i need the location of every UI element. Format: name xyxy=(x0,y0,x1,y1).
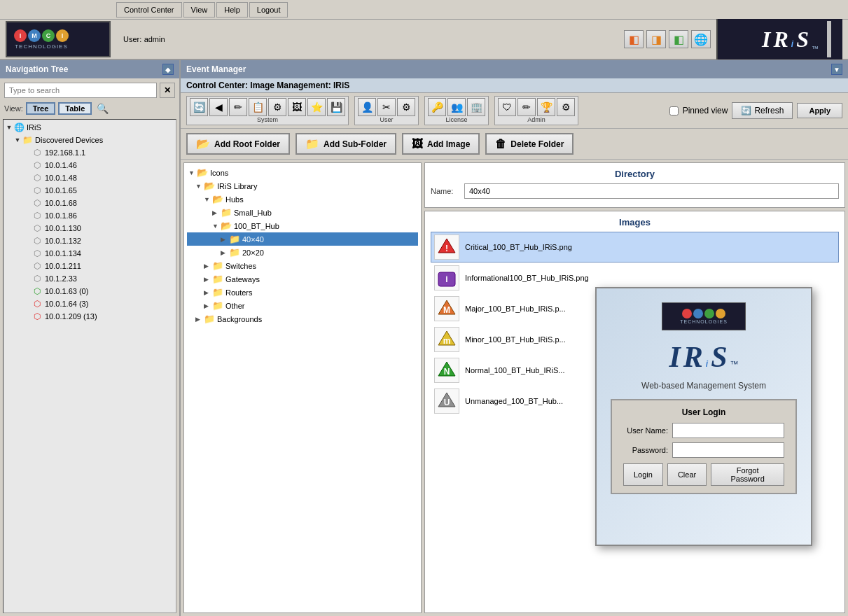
login-button[interactable]: Login xyxy=(623,463,663,486)
tree-discovered-devices[interactable]: ▼ 📁 Discovered Devices xyxy=(4,134,176,146)
menu-control-center[interactable]: Control Center xyxy=(116,2,182,18)
view-tree-button[interactable]: Tree xyxy=(26,102,56,115)
ftree-icons[interactable]: ▼ 📂 Icons xyxy=(187,166,418,179)
alert-green-icon: ⬡ xyxy=(32,286,43,297)
ftree-switches[interactable]: ▶ 📁 Switches xyxy=(187,259,418,272)
tb-back-btn[interactable]: ◀ xyxy=(209,98,228,116)
ftree-40x40[interactable]: ▶ 📁 40×40 xyxy=(187,232,418,246)
folder-icon: 📁 xyxy=(212,260,223,271)
password-input[interactable] xyxy=(672,442,784,458)
tree-root-iris[interactable]: ▼ 🌐 IRiS xyxy=(4,121,176,134)
tb-building-btn[interactable]: 🏢 xyxy=(467,98,485,116)
login-box: User Login User Name: Password: Login Cl… xyxy=(611,399,797,494)
add-sub-folder-button[interactable]: 📁 Add Sub-Folder xyxy=(296,133,396,155)
expand-icon: ▶ xyxy=(195,316,204,323)
device-icon: ⬡ xyxy=(32,248,43,259)
menu-help[interactable]: Help xyxy=(216,2,248,18)
add-root-folder-button[interactable]: 📂 Add Root Folder xyxy=(186,133,290,155)
tb-save-btn[interactable]: 💾 xyxy=(327,98,345,116)
directory-name-input[interactable] xyxy=(464,183,839,199)
breadcrumb: Control Center: Image Management: IRiS xyxy=(181,78,848,93)
header-icon-2[interactable]: ◨ xyxy=(646,30,666,48)
tree-node-1005[interactable]: ⬡ 10.0.1.86 xyxy=(4,209,176,222)
nav-pin-btn[interactable]: ◆ xyxy=(162,64,174,75)
nav-tree[interactable]: ▼ 🌐 IRiS ▼ 📁 Discovered Devices ⬡ 192.16… xyxy=(3,119,176,613)
header-icon-4[interactable]: 🌐 xyxy=(691,30,711,48)
tree-alert-red-1[interactable]: ⬡ 10.0.1.64 (3) xyxy=(4,298,176,310)
refresh-button[interactable]: 🔄 Refresh xyxy=(732,102,793,119)
ftree-other[interactable]: ▶ 📁 Other xyxy=(187,299,418,312)
tb-admin-edit-btn[interactable]: ✏ xyxy=(517,98,536,116)
view-table-button[interactable]: Table xyxy=(58,102,92,115)
ftree-hubs[interactable]: ▼ 📂 Hubs xyxy=(187,192,418,206)
expand-icon: ▼ xyxy=(5,123,13,132)
tree-node-1003[interactable]: ⬡ 10.0.1.65 xyxy=(4,184,176,197)
tb-refresh-btn[interactable]: 🔄 xyxy=(190,98,208,116)
ftree-small-hub[interactable]: ▶ 📁 Small_Hub xyxy=(187,206,418,219)
clear-button[interactable]: Clear xyxy=(667,463,707,486)
license-label: License xyxy=(445,116,467,123)
tree-node-1009[interactable]: ⬡ 10.0.1.211 xyxy=(4,260,176,272)
ftree-gateways[interactable]: ▶ 📁 Gateways xyxy=(187,272,418,286)
tb-gear-btn[interactable]: ⚙ xyxy=(268,98,286,116)
svg-text:U: U xyxy=(444,398,450,407)
tb-copy-btn[interactable]: 📋 xyxy=(249,98,267,116)
name-label: Name: xyxy=(431,187,459,195)
ftree-small-hub-label: Small_Hub xyxy=(234,209,272,217)
menu-view[interactable]: View xyxy=(183,2,216,18)
folder-selected-icon: 📁 xyxy=(229,234,240,244)
add-image-button[interactable]: 🖼 Add Image xyxy=(402,133,480,155)
svg-text:m: m xyxy=(443,336,451,346)
tb-star-btn[interactable]: ⭐ xyxy=(307,98,326,116)
device-icon: ⬡ xyxy=(32,260,43,272)
tree-alert-green[interactable]: ⬡ 10.0.1.63 (0) xyxy=(4,285,176,298)
search-input[interactable] xyxy=(4,83,157,98)
tree-node-1008[interactable]: ⬡ 10.0.1.134 xyxy=(4,247,176,260)
tb-edit-btn[interactable]: ✏ xyxy=(229,98,247,116)
tb-admin-gear-btn[interactable]: ⚙ xyxy=(557,98,575,116)
tb-key-btn[interactable]: 🔑 xyxy=(428,98,446,116)
tree-node-1001[interactable]: ⬡ 10.0.1.46 xyxy=(4,159,176,172)
header-icon-3[interactable]: ◧ xyxy=(669,30,688,48)
tb-trophy-btn[interactable]: 🏆 xyxy=(537,98,555,116)
search-clear-button[interactable]: ✕ xyxy=(160,83,175,98)
ftree-routers[interactable]: ▶ 📁 Routers xyxy=(187,286,418,299)
image-label-0: Critical_100_BT_Hub_IRiS.png xyxy=(465,243,572,251)
tree-node-1004[interactable]: ⬡ 10.0.1.68 xyxy=(4,197,176,209)
tb-user-gear-btn[interactable]: ⚙ xyxy=(397,98,415,116)
popup-tm-icon: ™ xyxy=(730,359,739,369)
tb-group-btn[interactable]: 👥 xyxy=(447,98,466,116)
tree-node-1010[interactable]: ⬡ 10.1.2.33 xyxy=(4,272,176,285)
image-row-0[interactable]: ! Critical_100_BT_Hub_IRiS.png xyxy=(431,232,839,262)
username-display: admin xyxy=(144,35,165,43)
tree-node-1007[interactable]: ⬡ 10.0.1.132 xyxy=(4,234,176,247)
pinned-checkbox[interactable] xyxy=(669,106,679,115)
ftree-iris-library[interactable]: ▼ 📂 IRiS Library xyxy=(187,179,418,192)
ftree-iris-library-label: IRiS Library xyxy=(217,182,257,190)
ftree-backgrounds[interactable]: ▶ 📁 Backgrounds xyxy=(187,312,418,326)
toolbar-section: 🔄 ◀ ✏ 📋 ⚙ 🖼 ⭐ 💾 System 👤 ✂ xyxy=(181,93,848,129)
tb-image-btn[interactable]: 🖼 xyxy=(288,98,306,116)
tree-node-192168[interactable]: ⬡ 192.168.1.1 xyxy=(4,146,176,159)
event-pin-btn[interactable]: ▼ xyxy=(831,64,842,75)
forgot-password-button[interactable]: Forgot Password xyxy=(711,463,784,486)
tb-shield-btn[interactable]: 🛡 xyxy=(498,98,516,116)
svg-text:!: ! xyxy=(445,244,448,253)
tree-node-1002[interactable]: ⬡ 10.0.1.48 xyxy=(4,172,176,184)
tree-node-1006[interactable]: ⬡ 10.0.1.130 xyxy=(4,222,176,234)
nav-extra-icon[interactable]: 🔍 xyxy=(95,101,110,116)
header-icon-1[interactable]: ◧ xyxy=(624,30,644,48)
tb-user-btn[interactable]: 👤 xyxy=(358,98,376,116)
ftree-100bt-hub[interactable]: ▼ 📂 100_BT_Hub xyxy=(187,219,418,232)
license-buttons: 🔑 👥 🏢 xyxy=(428,98,485,116)
tree-alert-red-2[interactable]: ⬡ 10.0.1.209 (13) xyxy=(4,310,176,323)
apply-button[interactable]: Apply xyxy=(797,103,842,118)
device-icon: ⬡ xyxy=(32,223,43,234)
ftree-20x20[interactable]: ▶ 📁 20×20 xyxy=(187,246,418,259)
delete-folder-button[interactable]: 🗑 Delete Folder xyxy=(485,133,574,155)
username-input[interactable] xyxy=(672,423,784,438)
iris-globe-icon: 🌐 xyxy=(13,122,25,133)
menu-logout[interactable]: Logout xyxy=(249,2,289,18)
image-icon-box: U xyxy=(434,388,459,414)
tb-scissor-btn[interactable]: ✂ xyxy=(377,98,396,116)
